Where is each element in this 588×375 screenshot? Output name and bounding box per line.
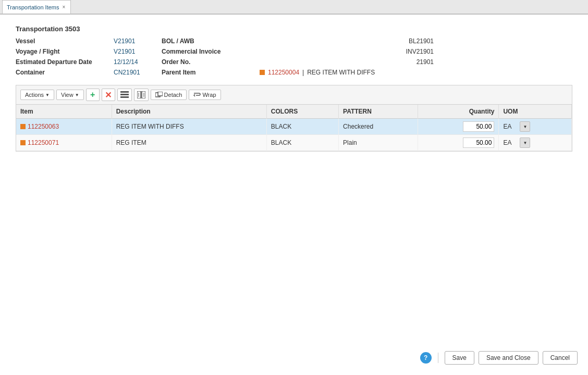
toolbar: Actions ▼ View ▼ + ✕ — [16, 85, 572, 104]
uom-value: EA — [503, 139, 519, 146]
container-value[interactable]: CN21901 — [109, 68, 162, 77]
tab-transportation-items[interactable]: Transportation Items × — [2, 0, 71, 14]
uom-value: EA — [503, 123, 519, 130]
actions-dropdown-icon: ▼ — [45, 93, 50, 97]
columns-button[interactable] — [134, 89, 149, 101]
cell-pattern-0: Checkered — [339, 119, 418, 135]
help-button[interactable]: ? — [420, 352, 432, 364]
uom-dropdown-button[interactable]: ▼ — [520, 138, 530, 148]
tab-close-icon[interactable]: × — [62, 5, 65, 10]
est-departure-value[interactable]: 12/12/14 — [109, 58, 162, 66]
col-pattern: PATTERN — [339, 105, 418, 119]
view-button[interactable]: View ▼ — [56, 90, 84, 100]
transport-header: Transportation 3503 Vessel V21901 BOL / … — [16, 25, 572, 77]
tab-bar: Transportation Items × — [0, 0, 588, 15]
item-link[interactable]: 112250071 — [28, 139, 59, 146]
items-table: Item Description COLORS PATTERN Quantity… — [16, 105, 572, 151]
order-no-label: Order No. — [162, 58, 255, 66]
cell-description-0: REG ITEM WITH DIFFS — [112, 119, 266, 135]
item-indicator-icon — [20, 140, 26, 145]
bol-awb-label: BOL / AWB — [162, 37, 255, 45]
add-icon: + — [90, 90, 95, 99]
footer-separator — [438, 353, 438, 363]
table-row[interactable]: 112250063REG ITEM WITH DIFFSBLACKChecker… — [16, 119, 572, 135]
edit-rows-button[interactable] — [117, 89, 132, 101]
transport-title: Transportation 3503 — [16, 25, 572, 33]
cancel-label: Cancel — [550, 354, 570, 361]
parent-item-value[interactable]: 112250004 | REG ITEM WITH DIFFS — [255, 68, 438, 77]
quantity-input[interactable] — [463, 121, 494, 132]
uom-dropdown-button[interactable]: ▼ — [520, 121, 530, 132]
delete-button[interactable]: ✕ — [102, 89, 115, 101]
svg-rect-0 — [120, 91, 129, 93]
save-and-close-label: Save and Close — [486, 354, 531, 361]
data-table-scroll[interactable]: Item Description COLORS PATTERN Quantity… — [16, 105, 572, 151]
help-icon: ? — [424, 354, 427, 361]
footer: ? Save Save and Close Cancel — [420, 351, 578, 365]
transport-grid: Vessel V21901 BOL / AWB BL21901 Voyage /… — [16, 37, 572, 77]
edit-rows-icon — [120, 91, 129, 98]
voyage-value[interactable]: V21901 — [109, 47, 162, 56]
actions-label: Actions — [25, 92, 44, 98]
cell-uom-1[interactable]: EA▼ — [499, 135, 572, 151]
vessel-value[interactable]: V21901 — [109, 37, 162, 45]
data-table-container: Item Description COLORS PATTERN Quantity… — [16, 104, 572, 152]
save-and-close-button[interactable]: Save and Close — [479, 351, 538, 365]
col-quantity: Quantity — [418, 105, 499, 119]
cell-pattern-1: Plain — [339, 135, 418, 151]
cancel-button[interactable]: Cancel — [543, 351, 578, 365]
order-no-value[interactable]: 21901 — [334, 58, 438, 66]
item-indicator-icon — [20, 124, 26, 129]
cell-item-0: 112250063 — [16, 119, 112, 135]
item-link[interactable]: 112250063 — [28, 123, 59, 130]
cell-colors-0: BLACK — [266, 119, 338, 135]
table-header-row: Item Description COLORS PATTERN Quantity… — [16, 105, 572, 119]
view-label: View — [61, 92, 74, 98]
col-uom: UOM — [499, 105, 572, 119]
est-departure-label: Estimated Departure Date — [16, 58, 109, 66]
parent-item-desc: | — [302, 69, 304, 76]
save-label: Save — [452, 354, 467, 361]
tab-label: Transportation Items — [7, 4, 59, 10]
container-label: Container — [16, 68, 109, 77]
commercial-invoice-value[interactable]: INV21901 — [334, 47, 438, 56]
detach-label: Detach — [164, 92, 182, 98]
main-content: Transportation 3503 Vessel V21901 BOL / … — [0, 15, 588, 375]
svg-rect-1 — [120, 94, 129, 95]
col-colors: COLORS — [266, 105, 338, 119]
svg-rect-2 — [120, 96, 129, 98]
wrap-icon — [193, 92, 201, 98]
parent-item-link[interactable]: 112250004 — [268, 69, 299, 76]
col-item: Item — [16, 105, 112, 119]
save-button[interactable]: Save — [445, 351, 474, 365]
commercial-invoice-label: Commercial Invoice — [162, 47, 255, 56]
cell-description-1: REG ITEM — [112, 135, 266, 151]
detach-button[interactable]: Detach — [151, 90, 187, 100]
detach-icon — [155, 92, 163, 98]
cell-quantity-1[interactable] — [418, 135, 499, 151]
quantity-input[interactable] — [463, 138, 494, 148]
voyage-label: Voyage / Flight — [16, 47, 109, 56]
cell-item-1: 112250071 — [16, 135, 112, 151]
vessel-label: Vessel — [16, 37, 109, 45]
col-description: Description — [112, 105, 266, 119]
delete-icon: ✕ — [105, 90, 112, 100]
wrap-button[interactable]: Wrap — [189, 90, 220, 100]
cell-colors-1: BLACK — [266, 135, 338, 151]
cell-quantity-0[interactable] — [418, 119, 499, 135]
orange-indicator-icon — [260, 70, 265, 75]
columns-icon — [137, 91, 145, 98]
parent-item-desc-text: REG ITEM WITH DIFFS — [307, 69, 375, 76]
add-button[interactable]: + — [86, 89, 100, 101]
svg-rect-8 — [158, 92, 163, 96]
view-dropdown-icon: ▼ — [75, 93, 79, 97]
actions-button[interactable]: Actions ▼ — [20, 90, 54, 100]
cell-uom-0[interactable]: EA▼ — [499, 119, 572, 135]
wrap-label: Wrap — [202, 92, 216, 98]
bol-awb-value[interactable]: BL21901 — [334, 37, 438, 45]
table-row[interactable]: 112250071REG ITEMBLACKPlainEA▼ — [16, 135, 572, 151]
parent-item-label: Parent Item — [162, 68, 255, 77]
